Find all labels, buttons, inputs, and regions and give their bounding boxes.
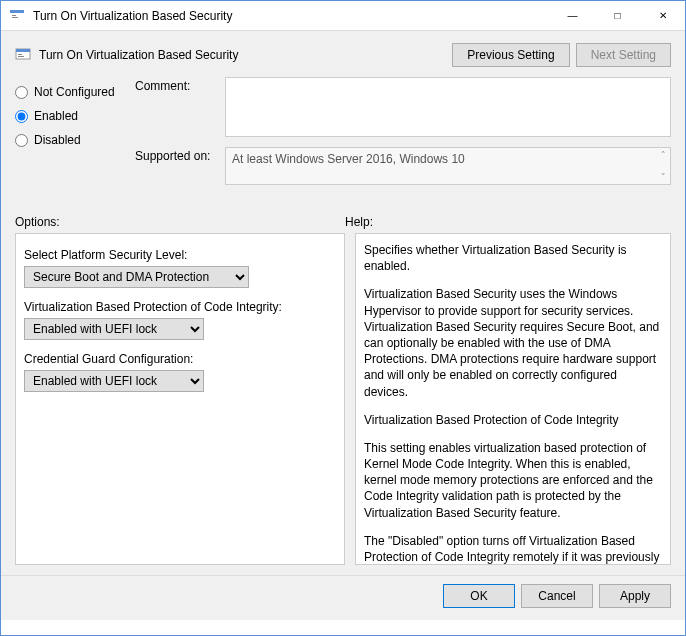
svg-rect-6 bbox=[18, 54, 22, 55]
minimize-button[interactable]: — bbox=[550, 1, 595, 30]
credential-guard-label: Credential Guard Configuration: bbox=[24, 352, 336, 366]
options-label: Options: bbox=[15, 215, 345, 229]
vbpci-label: Virtualization Based Protection of Code … bbox=[24, 300, 336, 314]
ok-button[interactable]: OK bbox=[443, 584, 515, 608]
cancel-button[interactable]: Cancel bbox=[521, 584, 593, 608]
credential-guard-select[interactable]: Enabled with UEFI lock bbox=[24, 370, 204, 392]
radio-not-configured-label: Not Configured bbox=[34, 85, 115, 99]
help-text: Specifies whether Virtualization Based S… bbox=[364, 242, 662, 274]
svg-rect-1 bbox=[10, 10, 24, 13]
supported-on-value: At least Windows Server 2016, Windows 10… bbox=[225, 147, 671, 185]
policy-title: Turn On Virtualization Based Security bbox=[39, 48, 446, 62]
platform-security-select[interactable]: Secure Boot and DMA Protection bbox=[24, 266, 249, 288]
header-row: Turn On Virtualization Based Security Pr… bbox=[1, 31, 685, 77]
next-setting-button[interactable]: Next Setting bbox=[576, 43, 671, 67]
apply-button[interactable]: Apply bbox=[599, 584, 671, 608]
supported-on-text: At least Windows Server 2016, Windows 10 bbox=[232, 152, 465, 166]
radio-disabled-input[interactable] bbox=[15, 134, 28, 147]
radio-enabled-input[interactable] bbox=[15, 110, 28, 123]
svg-rect-5 bbox=[16, 49, 30, 52]
section-labels: Options: Help: bbox=[1, 209, 685, 233]
vbpci-select[interactable]: Enabled with UEFI lock bbox=[24, 318, 204, 340]
svg-rect-2 bbox=[12, 15, 16, 16]
options-panel: Select Platform Security Level: Secure B… bbox=[15, 233, 345, 565]
help-panel[interactable]: Specifies whether Virtualization Based S… bbox=[355, 233, 671, 565]
previous-setting-button[interactable]: Previous Setting bbox=[452, 43, 569, 67]
close-button[interactable]: ✕ bbox=[640, 1, 685, 30]
dialog-footer: OK Cancel Apply bbox=[1, 575, 685, 620]
maximize-button[interactable]: □ bbox=[595, 1, 640, 30]
help-text: This setting enables virtualization base… bbox=[364, 440, 662, 521]
radio-disabled-label: Disabled bbox=[34, 133, 81, 147]
chevron-up-icon[interactable]: ˄ bbox=[661, 150, 666, 160]
help-text: Virtualization Based Protection of Code … bbox=[364, 412, 662, 428]
radio-enabled[interactable]: Enabled bbox=[15, 109, 135, 123]
policy-icon bbox=[9, 8, 25, 24]
panels: Select Platform Security Level: Secure B… bbox=[1, 233, 685, 575]
supported-on-label: Supported on: bbox=[135, 147, 225, 163]
help-text: The "Disabled" option turns off Virtuali… bbox=[364, 533, 662, 565]
comment-input[interactable] bbox=[225, 77, 671, 137]
comment-label: Comment: bbox=[135, 77, 225, 93]
radio-not-configured-input[interactable] bbox=[15, 86, 28, 99]
radio-enabled-label: Enabled bbox=[34, 109, 78, 123]
title-bar: Turn On Virtualization Based Security — … bbox=[1, 1, 685, 31]
platform-security-label: Select Platform Security Level: bbox=[24, 248, 336, 262]
chevron-down-icon[interactable]: ˅ bbox=[661, 172, 666, 182]
window-title: Turn On Virtualization Based Security bbox=[33, 9, 550, 23]
svg-rect-7 bbox=[18, 56, 24, 57]
state-radios: Not Configured Enabled Disabled bbox=[15, 77, 135, 195]
policy-icon bbox=[15, 47, 31, 63]
help-text: Virtualization Based Security uses the W… bbox=[364, 286, 662, 399]
svg-rect-3 bbox=[12, 17, 18, 18]
radio-disabled[interactable]: Disabled bbox=[15, 133, 135, 147]
radio-not-configured[interactable]: Not Configured bbox=[15, 85, 135, 99]
help-label: Help: bbox=[345, 215, 671, 229]
config-section: Not Configured Enabled Disabled Comment:… bbox=[1, 77, 685, 209]
